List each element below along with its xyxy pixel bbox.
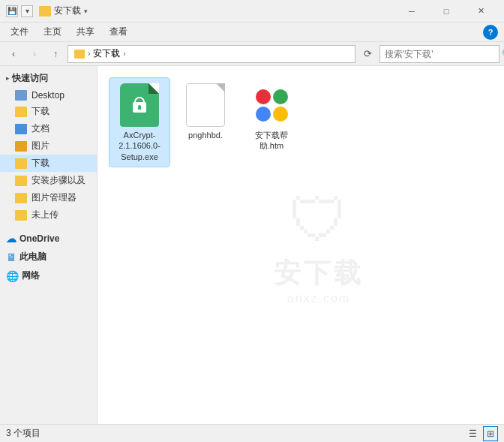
file-area: 🛡 安下载 anxz.com — [98, 66, 504, 424]
download-folder-icon — [15, 107, 27, 117]
quick-access-label: 快速访问 — [12, 72, 48, 85]
quick-access-expand-icon: ▸ — [6, 75, 9, 82]
title-bar-dropdown-icon[interactable]: ▾ — [84, 8, 88, 15]
sidebar-item-img-label: 图片 — [32, 140, 50, 152]
axcrypt-file-label: AxCrypt-2.1.1606.0-Setup.exe — [112, 130, 166, 162]
status-count: 3 个项目 — [6, 427, 40, 440]
path-end-chevron: › — [123, 50, 125, 58]
onedrive-header[interactable]: ☁ OneDrive — [0, 230, 97, 248]
az-folder-icon — [15, 176, 27, 186]
onedrive-label: OneDrive — [20, 233, 59, 244]
thispc-icon: 🖥 — [6, 251, 16, 263]
axcrypt-file-icon — [120, 83, 159, 127]
htm-file-label: 安下载帮助.htm — [244, 130, 298, 152]
watermark-text-en: anxz.com — [287, 291, 350, 305]
sidebar-item-download2-label: 下载 — [32, 157, 50, 170]
path-current: 安下载 — [93, 47, 120, 60]
doc-folder-icon — [15, 124, 27, 134]
search-input[interactable] — [380, 49, 502, 59]
sidebar-item-manage-label: 图片管理器 — [32, 191, 76, 204]
path-chevron: › — [88, 50, 90, 58]
file-grid: AxCrypt-2.1.1606.0-Setup.exe pnghhbd. — [110, 78, 492, 167]
close-button[interactable]: ✕ — [464, 0, 498, 23]
status-bar: 3 个项目 ☰ ⊞ — [0, 424, 504, 442]
address-path[interactable]: › 安下载 › — [68, 45, 356, 63]
quick-access-header[interactable]: ▸ 快速访问 — [0, 69, 97, 88]
htm-icon-area — [249, 83, 294, 128]
search-box: 🔍 — [380, 45, 500, 63]
sidebar: ▸ 快速访问 Desktop 下载 文档 图片 下载 安装步骤以及 — [0, 66, 98, 424]
circle-blue — [256, 107, 271, 122]
file-item-htm[interactable]: 安下载帮助.htm — [242, 78, 302, 167]
window-controls: ─ □ ✕ — [394, 0, 498, 23]
minimize-button[interactable]: ─ — [394, 0, 429, 23]
menu-bar-right: ? — [483, 25, 501, 40]
maximize-button[interactable]: □ — [429, 0, 464, 23]
sidebar-item-az-label: 安装步骤以及 — [32, 174, 86, 187]
sidebar-item-upload-label: 未上传 — [32, 209, 58, 221]
view-list-button[interactable]: ☰ — [465, 426, 480, 441]
desktop-folder-icon — [15, 90, 27, 101]
upload-folder-icon — [15, 210, 27, 221]
watermark-shield-icon: 🛡 — [289, 185, 349, 254]
sidebar-item-download2[interactable]: 下载 — [0, 155, 97, 172]
menu-bar: 文件 主页 共享 查看 ? — [0, 23, 504, 42]
png-file-icon — [186, 83, 225, 127]
path-folder-icon — [74, 50, 85, 59]
menu-share[interactable]: 共享 — [69, 24, 102, 41]
network-label: 网络 — [22, 269, 40, 282]
htm-file-icon — [252, 86, 291, 125]
refresh-button[interactable]: ⟳ — [358, 45, 376, 63]
sidebar-item-doc-label: 文档 — [32, 122, 50, 135]
folder-icon — [39, 6, 51, 17]
circle-green — [273, 89, 288, 104]
sidebar-item-doc[interactable]: 文档 — [0, 120, 97, 137]
view-icon-button[interactable]: ⊞ — [483, 426, 498, 441]
axcrypt-icon-area — [117, 83, 162, 128]
menu-home[interactable]: 主页 — [36, 24, 69, 41]
download2-folder-icon — [15, 158, 27, 169]
circle-yellow — [273, 107, 288, 122]
sidebar-item-manage[interactable]: 图片管理器 — [0, 189, 97, 206]
manage-folder-icon — [15, 193, 27, 203]
main-content: ▸ 快速访问 Desktop 下载 文档 图片 下载 安装步骤以及 — [0, 66, 504, 424]
circle-red — [256, 89, 271, 104]
title-bar-folder: 安下载 ▾ — [39, 5, 394, 17]
sidebar-item-desktop[interactable]: Desktop — [0, 88, 97, 103]
quick-save-icon[interactable]: 💾 — [6, 5, 18, 17]
file-item-axcrypt[interactable]: AxCrypt-2.1.1606.0-Setup.exe — [110, 78, 170, 167]
sidebar-item-upload[interactable]: 未上传 — [0, 206, 97, 224]
img-folder-icon — [15, 141, 27, 152]
thispc-header[interactable]: 🖥 此电脑 — [0, 248, 97, 266]
view-icons: ☰ ⊞ — [465, 426, 498, 441]
sidebar-item-az[interactable]: 安装步骤以及 — [0, 172, 97, 189]
network-header[interactable]: 🌐 网络 — [0, 266, 97, 285]
up-button[interactable]: ↑ — [46, 45, 64, 63]
address-bar: ‹ › ↑ › 安下载 › ⟳ 🔍 — [0, 42, 504, 66]
onedrive-icon: ☁ — [6, 233, 16, 245]
file-item-png[interactable]: pnghhbd. — [176, 78, 236, 167]
properties-icon[interactable]: ▾ — [21, 5, 33, 17]
title-bar-quick-access: 💾 ▾ — [6, 5, 33, 17]
sidebar-item-download1-label: 下载 — [32, 105, 50, 118]
title-bar: 💾 ▾ 安下载 ▾ ─ □ ✕ — [0, 0, 504, 23]
help-button[interactable]: ? — [483, 25, 498, 40]
thispc-label: 此电脑 — [20, 251, 46, 263]
menu-view[interactable]: 查看 — [102, 24, 135, 41]
network-icon: 🌐 — [6, 270, 19, 282]
window-title: 安下载 — [54, 5, 81, 17]
menu-file[interactable]: 文件 — [3, 24, 36, 41]
png-icon-area — [183, 83, 228, 128]
sidebar-item-img[interactable]: 图片 — [0, 137, 97, 155]
watermark: 🛡 安下载 anxz.com — [274, 185, 364, 305]
back-button[interactable]: ‹ — [4, 45, 22, 63]
forward-button[interactable]: › — [26, 45, 44, 63]
watermark-text-zh: 安下载 — [274, 254, 364, 291]
sidebar-item-download1[interactable]: 下载 — [0, 103, 97, 120]
png-file-label: pnghhbd. — [188, 130, 223, 140]
sidebar-item-desktop-label: Desktop — [32, 90, 64, 101]
